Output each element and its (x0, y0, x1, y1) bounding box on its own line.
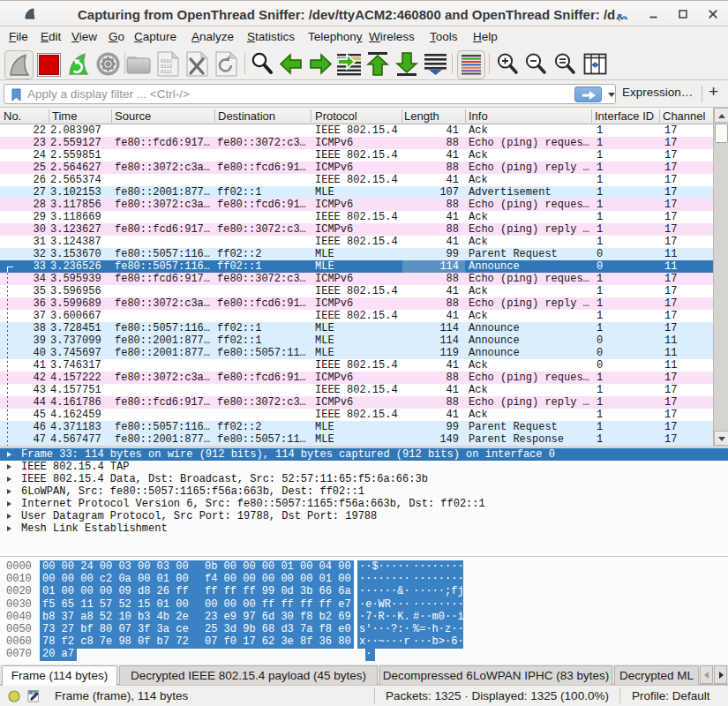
svg-text:0111: 0111 (161, 69, 173, 75)
